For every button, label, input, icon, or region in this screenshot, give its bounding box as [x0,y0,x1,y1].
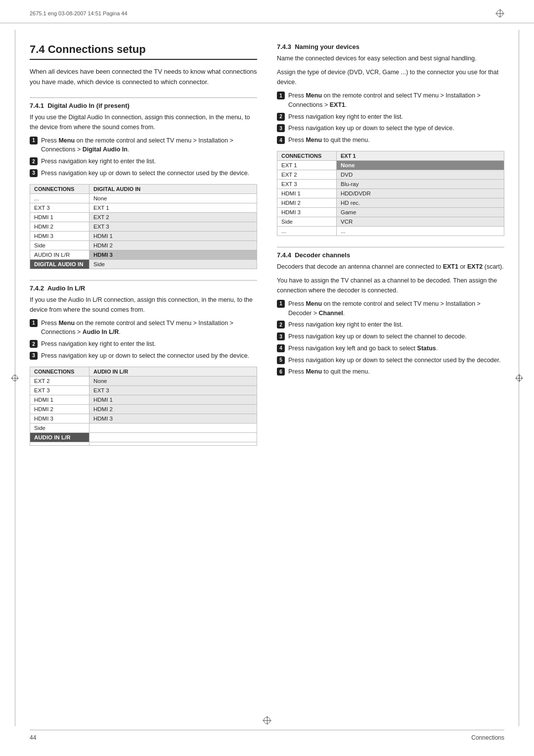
table-row: EXT 3 EXT 1 [30,203,257,212]
table-row: ... ... [277,226,504,236]
footer-section-label: Connections [471,734,504,741]
subsection-741-steps: 1 Press Menu on the remote control and s… [30,136,257,178]
header: 2675.1 eng 03-08-2007 14:51 Pagina 44 [0,0,534,23]
table-742-col2: AUDIO IN L/R [89,367,257,376]
step-743-2: 2 Press navigation key right to enter th… [277,112,504,122]
table-row: EXT 3 Blu-ray [277,179,504,189]
step-743-3: 3 Press navigation key up or down to sel… [277,124,504,133]
subsection-741: 7.4.1 Digital Audio In (if present) If y… [30,97,257,269]
table-741-col1: Connections [30,184,89,193]
step-743-1: 1 Press Menu on the remote control and s… [277,91,504,110]
step-742-3: 3 Press navigation key up or down to sel… [30,351,257,361]
step-741-1: 1 Press Menu on the remote control and s… [30,136,257,155]
table-row: HDMI 1 HDD/DVDR [277,189,504,198]
left-crosshair [11,374,19,382]
subsection-744-steps: 1 Press Menu on the remote control and s… [277,299,504,377]
bottom-crosshair [263,716,271,726]
table-742-col1: Connections [30,367,89,376]
table-row: Side [30,423,257,432]
table-743: Connections EXT 1 EXT 1 None EXT 2 DVD E… [277,151,504,236]
table-row: AUDIO IN L/R [30,432,257,442]
header-text: 2675.1 eng 03-08-2007 14:51 Pagina 44 [30,10,128,16]
subsection-742: 7.4.2 Audio In L/R If you use the Audio … [30,280,257,446]
subsection-742-title: 7.4.2 Audio In L/R [30,284,257,292]
subsection-743: 7.4.3 Naming your devices Name the conne… [277,43,504,236]
subsection-744-body2: You have to assign the TV channel as a c… [277,276,504,295]
table-row: DIGITAL AUDIO IN Side [30,259,257,269]
table-row: HDMI 1 EXT 2 [30,212,257,222]
step-742-2: 2 Press navigation key right to enter th… [30,339,257,349]
table-row: HDMI 3 HDMI 3 [30,414,257,423]
right-crosshair [515,374,523,382]
subsection-743-body2: Assign the type of device (DVD, VCR, Gam… [277,67,504,87]
left-column: 7.4 Connections setup When all devices h… [30,43,257,457]
header-crosshair [495,9,504,18]
subsection-743-steps: 1 Press Menu on the remote control and s… [277,91,504,145]
table-row: HDMI 3 Game [277,207,504,217]
table-row: HDMI 2 HD rec. [277,198,504,207]
step-742-1: 1 Press Menu on the remote control and s… [30,319,257,337]
table-743-col2: EXT 1 [337,151,504,160]
subsection-744-body1: Decoders that decode an antenna channel … [277,262,504,272]
table-row: HDMI 3 HDMI 1 [30,231,257,240]
page-number: 44 [30,734,36,741]
step-744-4: 4 Press navigation key left and go back … [277,344,504,353]
subsection-743-title: 7.4.3 Naming your devices [277,43,504,50]
subsection-744-title: 7.4.4 Decoder channels [277,251,504,259]
table-742: Connections AUDIO IN L/R EXT 2 None EXT … [30,367,257,446]
subsection-741-body: If you use the Digital Audio In connecti… [30,112,257,132]
subsection-742-steps: 1 Press Menu on the remote control and s… [30,319,257,361]
step-744-2: 2 Press navigation key right to enter th… [277,320,504,330]
table-row: ... None [30,193,257,203]
subsection-743-body1: Name the connected devices for easy sele… [277,53,504,63]
table-row: EXT 1 None [277,160,504,170]
step-743-4: 4 Press Menu to quit the menu. [277,136,504,145]
table-743-col1: Connections [277,151,337,160]
table-row [30,442,257,445]
step-741-3: 3 Press navigation key up or down to sel… [30,169,257,178]
section-title: 7.4 Connections setup [30,43,257,60]
page: 2675.1 eng 03-08-2007 14:51 Pagina 44 7.… [0,0,534,756]
footer: 44 Connections [30,730,504,741]
step-744-1: 1 Press Menu on the remote control and s… [277,299,504,318]
table-row: HDMI 2 EXT 3 [30,222,257,231]
table-741: Connections DIGITAL AUDIO IN ... None EX… [30,184,257,269]
step-744-6: 6 Press Menu to quit the menu. [277,367,504,377]
step-741-2: 2 Press navigation key right to enter th… [30,157,257,166]
intro-text: When all devices have been connected the… [30,67,257,88]
subsection-742-body: If you use the Audio In L/R connection, … [30,295,257,315]
content: 7.4 Connections setup When all devices h… [0,23,534,476]
table-741-col2: DIGITAL AUDIO IN [89,184,257,193]
table-row: EXT 2 None [30,376,257,385]
table-row: Side HDMI 2 [30,240,257,250]
table-row: HDMI 2 HDMI 2 [30,404,257,414]
table-row: EXT 2 DVD [277,170,504,179]
table-row: Side VCR [277,217,504,226]
subsection-741-title: 7.4.1 Digital Audio In (if present) [30,102,257,109]
table-row: EXT 3 EXT 3 [30,385,257,395]
subsection-744: 7.4.4 Decoder channels Decoders that dec… [277,247,504,377]
step-744-5: 5 Press navigation key up or down to sel… [277,356,504,365]
right-column: 7.4.3 Naming your devices Name the conne… [277,43,504,457]
table-row: HDMI 1 HDMI 1 [30,395,257,404]
table-row: AUDIO IN L/R HDMI 3 [30,250,257,259]
step-744-3: 3 Press navigation key up or down to sel… [277,332,504,341]
